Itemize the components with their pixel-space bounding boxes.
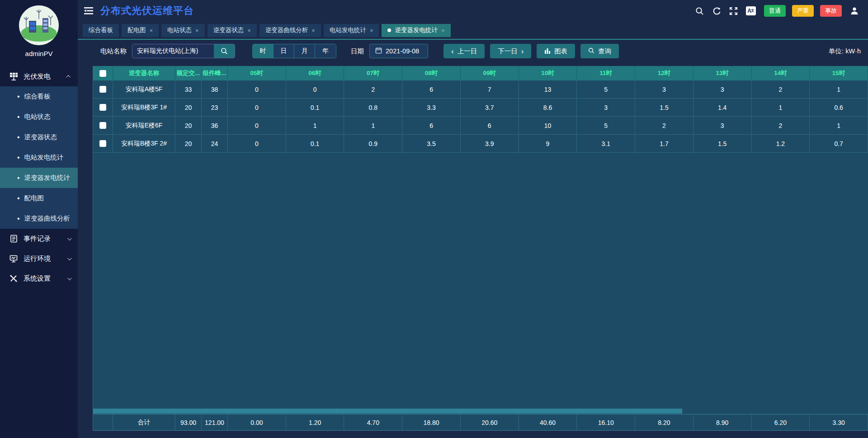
station-name-input[interactable] [132, 44, 214, 58]
station-search-group [132, 44, 235, 58]
inverter-name-cell: 安科瑞A楼5F [113, 80, 175, 98]
value-cell: 3.1 [577, 135, 635, 152]
tab[interactable]: 逆变器发电统计× [382, 24, 450, 37]
search-icon[interactable] [695, 7, 704, 15]
bullet-icon: • [17, 215, 20, 223]
value-cell: 33 [175, 80, 202, 98]
table-body: 安科瑞A楼5F3338002671353321安科瑞B楼3F 1#202300.… [93, 80, 868, 153]
row-checkbox[interactable] [99, 122, 106, 129]
column-header: 14时 [752, 66, 810, 80]
next-day-button[interactable]: 下一日 › [490, 44, 531, 58]
chevron-down-icon [67, 236, 72, 240]
fullscreen-icon[interactable] [729, 7, 738, 15]
value-cell: 3 [693, 117, 752, 134]
tab[interactable]: 综合看板 [83, 24, 119, 37]
query-button[interactable]: 查询 [580, 44, 619, 58]
prev-day-label: 上一日 [458, 47, 477, 56]
sidebar-subitem[interactable]: •逆变器状态 [0, 127, 78, 147]
table-header-row: 逆变器名称额定交...组件峰...05时06时07时08时09时10时11时12… [93, 66, 868, 80]
tab[interactable]: 逆变器状态× [208, 24, 257, 37]
value-cell: 10 [519, 117, 577, 134]
horizontal-scrollbar[interactable] [93, 409, 868, 414]
sidebar-subitem[interactable]: •逆变器发电统计 [0, 168, 78, 188]
alarm-badge[interactable]: 事故 [820, 5, 842, 17]
avatar[interactable] [19, 5, 59, 45]
value-cell: 2 [635, 117, 693, 134]
value-cell: 0.6 [810, 99, 868, 116]
tab[interactable]: 电站发电统计× [324, 24, 379, 37]
period-option[interactable]: 年 [315, 44, 336, 58]
value-cell: 9 [519, 135, 577, 152]
sidebar-subitem-label: 配电图 [24, 194, 44, 203]
period-option[interactable]: 时 [253, 44, 274, 58]
inverter-energy-table: 逆变器名称额定交...组件峰...05时06时07时08时09时10时11时12… [93, 66, 868, 431]
value-cell: 1 [810, 80, 868, 98]
sidebar-subitem[interactable]: •逆变器曲线分析 [0, 208, 78, 229]
chevron-left-icon: ‹ [451, 47, 454, 55]
alarm-badge[interactable]: 普通 [764, 5, 786, 17]
table-row: 安科瑞E楼6F2036011661052321 [93, 117, 868, 135]
row-checkbox[interactable] [99, 86, 106, 93]
header-checkbox[interactable] [99, 70, 106, 77]
row-checkbox-cell [93, 80, 113, 98]
sidebar-subitem[interactable]: •电站状态 [0, 107, 78, 127]
footer-total-cell: 6.20 [752, 414, 810, 430]
tab-close-icon[interactable]: × [370, 27, 373, 34]
menu-fold-icon[interactable] [84, 7, 93, 15]
query-label: 查询 [598, 47, 611, 56]
tab-label: 综合看板 [89, 26, 113, 34]
column-header: 09时 [461, 66, 519, 80]
column-header: 12时 [635, 66, 693, 80]
scrollbar-thumb[interactable] [93, 409, 682, 414]
tab[interactable]: 电站状态× [161, 24, 205, 37]
refresh-icon[interactable] [712, 6, 721, 15]
tab-close-icon[interactable]: × [195, 27, 199, 34]
alarm-badges: 普通严重事故 [764, 5, 842, 17]
value-cell: 1.5 [635, 99, 693, 116]
tab-close-icon[interactable]: × [311, 27, 315, 34]
station-search-button[interactable] [214, 44, 235, 58]
value-cell: 20 [175, 99, 202, 116]
value-cell: 0.1 [286, 135, 344, 152]
sidebar-item[interactable]: 光伏发电 [0, 66, 78, 86]
value-cell: 0 [228, 99, 286, 116]
alarm-badge[interactable]: 严重 [792, 5, 814, 17]
translate-icon[interactable]: A文 [746, 6, 756, 15]
row-checkbox[interactable] [99, 104, 106, 111]
bullet-icon: • [17, 113, 20, 121]
value-cell: 7 [461, 80, 519, 98]
tab-close-icon[interactable]: × [441, 27, 445, 34]
footer-total-cell: 4.70 [344, 414, 402, 430]
user-icon[interactable] [850, 6, 859, 15]
prev-day-button[interactable]: ‹ 上一日 [443, 44, 485, 58]
tab-close-icon[interactable]: × [150, 27, 153, 34]
query-search-icon [588, 47, 594, 55]
sidebar-item[interactable]: 系统设置 [0, 268, 78, 288]
content-area: 逆变器名称额定交...组件峰...05时06时07时08时09时10时11时12… [78, 62, 868, 438]
table-row: 安科瑞A楼5F3338002671353321 [93, 80, 868, 99]
period-option[interactable]: 月 [294, 44, 315, 58]
value-cell: 0.9 [344, 135, 402, 152]
tab[interactable]: 逆变器曲线分析× [259, 24, 321, 37]
sidebar-subitem[interactable]: •配电图 [0, 188, 78, 208]
sidebar-subitem-label: 综合看板 [24, 92, 51, 101]
value-cell: 2 [752, 80, 810, 98]
value-cell: 24 [202, 135, 228, 152]
date-picker[interactable]: 2021-09-08 [369, 44, 428, 58]
sidebar-item-label: 运行环境 [24, 254, 67, 263]
footer-empty-cell [93, 414, 113, 430]
chart-button[interactable]: 图表 [537, 44, 575, 58]
sidebar-subitem[interactable]: •电站发电统计 [0, 147, 78, 168]
sidebar-item[interactable]: 运行环境 [0, 249, 78, 268]
value-cell: 1.5 [693, 135, 752, 152]
tab-close-icon[interactable]: × [247, 27, 251, 34]
sidebar-item[interactable]: 事件记录 [0, 229, 78, 249]
row-checkbox[interactable] [99, 140, 106, 147]
value-cell: 1 [752, 99, 810, 116]
chevron-down-icon [67, 256, 72, 260]
tab[interactable]: 配电图× [122, 24, 159, 37]
period-option[interactable]: 日 [274, 44, 294, 58]
sidebar-subitem[interactable]: •综合看板 [0, 86, 78, 107]
calendar-icon [375, 47, 382, 55]
table-footer-row: 合计93.00121.000.001.204.7018.8020.6040.60… [93, 414, 868, 431]
